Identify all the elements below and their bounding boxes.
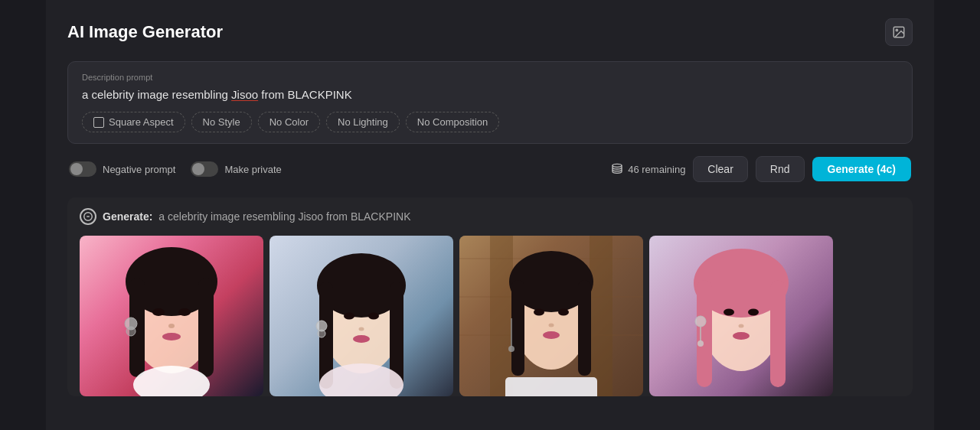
negative-prompt-group: Negative prompt — [69, 161, 175, 177]
result-image-3[interactable] — [459, 236, 643, 396]
svg-point-12 — [162, 333, 181, 340]
controls-row: Negative prompt Make private 46 remainin… — [67, 156, 913, 182]
make-private-label: Make private — [224, 164, 281, 175]
result-image-2[interactable] — [270, 236, 453, 396]
result-icon-svg — [83, 211, 93, 222]
svg-rect-36 — [578, 280, 591, 376]
svg-point-10 — [178, 308, 191, 316]
svg-point-20 — [344, 313, 354, 320]
square-aspect-icon — [93, 117, 104, 128]
credits-remaining: 46 remaining — [628, 164, 685, 175]
svg-rect-32 — [590, 236, 612, 396]
svg-rect-35 — [511, 280, 524, 376]
prompt-box: Description prompt a celebrity image res… — [67, 61, 913, 144]
svg-rect-47 — [770, 280, 786, 387]
svg-point-50 — [739, 324, 744, 328]
svg-point-1 — [896, 29, 897, 31]
page-title: AI Image Generator — [67, 22, 223, 42]
credits-info: 46 remaining — [611, 163, 685, 175]
generate-button[interactable]: Generate (4c) — [812, 157, 911, 181]
svg-rect-43 — [505, 377, 597, 396]
image-2-svg — [270, 236, 453, 396]
image-3-svg — [459, 236, 643, 396]
svg-point-14 — [126, 327, 136, 336]
clear-button[interactable]: Clear — [693, 156, 747, 182]
image-1-svg — [80, 236, 263, 396]
prompt-suffix: from BLACKPINK — [258, 88, 352, 101]
tag-aspect[interactable]: Square Aspect — [82, 112, 185, 132]
result-generate-label: Generate: — [103, 210, 152, 223]
svg-point-40 — [543, 331, 560, 339]
negative-prompt-label: Negative prompt — [103, 164, 175, 175]
tag-style-label: No Style — [203, 116, 240, 128]
tag-lighting[interactable]: No Lighting — [326, 112, 400, 132]
prompt-label: Description prompt — [82, 73, 898, 82]
result-image-4[interactable] — [649, 236, 833, 396]
controls-right: 46 remaining Clear Rnd Generate (4c) — [611, 156, 911, 182]
svg-point-11 — [168, 324, 175, 328]
controls-left: Negative prompt Make private — [69, 161, 282, 177]
svg-point-49 — [748, 309, 759, 316]
credits-icon — [611, 163, 623, 175]
svg-point-2 — [612, 164, 622, 167]
svg-point-21 — [368, 313, 379, 320]
tag-composition[interactable]: No Composition — [406, 112, 500, 132]
tag-color[interactable]: No Color — [258, 112, 320, 132]
tag-style[interactable]: No Style — [191, 112, 252, 132]
image-icon — [892, 25, 906, 39]
tag-aspect-label: Square Aspect — [109, 116, 174, 128]
prompt-text: a celebrity image resembling Jisoo from … — [82, 86, 898, 103]
tag-lighting-label: No Lighting — [338, 116, 388, 128]
images-row — [80, 236, 900, 396]
svg-rect-8 — [198, 278, 214, 377]
image-icon-button[interactable] — [885, 18, 913, 46]
prompt-prefix: a celebrity image resembling — [82, 88, 231, 101]
svg-point-48 — [724, 309, 734, 316]
svg-point-54 — [697, 340, 704, 347]
prompt-highlight: Jisoo — [231, 88, 258, 101]
svg-point-52 — [695, 316, 706, 327]
tag-composition-label: No Composition — [417, 116, 488, 128]
make-private-toggle[interactable] — [191, 161, 218, 177]
result-section: Generate: a celebrity image resembling J… — [67, 197, 913, 396]
svg-point-25 — [318, 330, 325, 337]
negative-prompt-toggle[interactable] — [69, 161, 96, 177]
tags-row: Square Aspect No Style No Color No Light… — [82, 112, 898, 132]
svg-point-15 — [133, 366, 210, 396]
svg-point-38 — [558, 309, 569, 316]
image-4-svg — [649, 236, 833, 396]
svg-point-39 — [549, 324, 554, 327]
svg-rect-31 — [490, 236, 513, 396]
svg-point-51 — [733, 332, 750, 340]
result-generate-prompt: a celebrity image resembling Jisoo from … — [158, 210, 410, 223]
svg-point-9 — [152, 308, 165, 316]
rnd-button[interactable]: Rnd — [756, 156, 805, 182]
result-image-1[interactable] — [80, 236, 263, 396]
make-private-group: Make private — [191, 161, 281, 177]
result-icon — [80, 208, 96, 225]
svg-point-42 — [508, 346, 514, 352]
svg-point-23 — [353, 335, 370, 343]
tag-color-label: No Color — [270, 116, 309, 128]
svg-point-37 — [534, 309, 544, 316]
svg-point-22 — [359, 327, 364, 331]
svg-rect-46 — [697, 280, 712, 387]
result-header: Generate: a celebrity image resembling J… — [80, 208, 900, 225]
